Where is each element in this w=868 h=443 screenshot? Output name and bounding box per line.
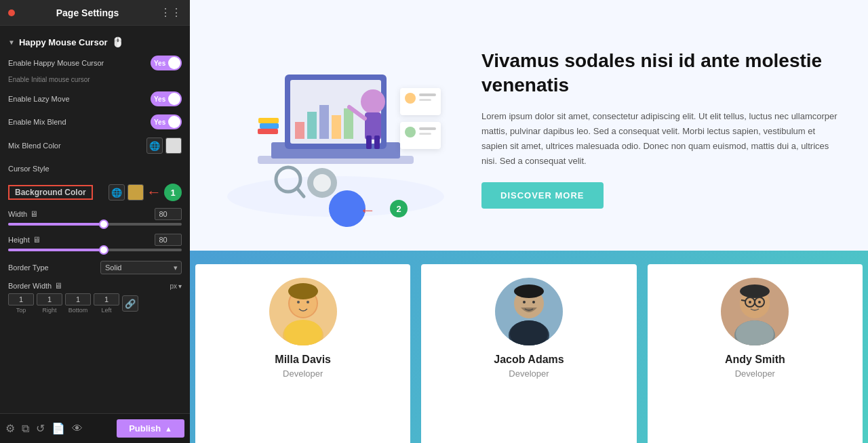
link-icon[interactable]: 🔗 [122,295,138,312]
mix-blend-toggle-label: Yes [154,119,165,126]
lazy-move-toggle-label: Yes [154,96,165,103]
svg-point-10 [361,89,385,114]
indicator-circle-2: 2 [390,200,408,217]
svg-point-41 [532,301,535,303]
background-color-controls: 🌐 [108,184,144,201]
border-top-label: Top [16,307,26,314]
arrow-indicator-2: ← [359,201,376,219]
enable-mix-blend-toggle[interactable]: Yes [151,114,182,129]
page-icon[interactable]: 📄 [52,422,65,435]
section-title-label: Happy Mouse Cursor [19,37,108,47]
background-color-label: Background Color [8,185,93,200]
border-right-input[interactable] [37,293,62,305]
svg-rect-11 [365,112,381,140]
mix-blend-color-controls: 🌐 [146,138,182,154]
height-label: Height 🖥 [8,235,41,245]
team-card-1: Milla Davis Developer [195,264,410,443]
border-left-input[interactable] [94,293,119,305]
border-monitor-icon: 🖥 [54,281,62,291]
enable-happy-mouse-row: Enable Happy Mouse Cursor Yes [0,51,190,75]
px-badge: px ▾ [170,282,182,290]
sidebar-header-left [8,9,15,16]
width-row: Width 🖥 [0,205,190,231]
sidebar-content: ▼ Happy Mouse Cursor 🖱️ Enable Happy Mou… [0,26,190,413]
publish-button[interactable]: Publish ▲ [117,419,184,438]
border-bottom-input[interactable] [65,293,91,305]
enable-happy-mouse-toggle[interactable]: Yes [151,56,182,70]
lazy-move-knob [168,93,180,105]
cursor-style-row: Cursor Style [0,158,190,180]
border-width-row: Border Width 🖥 px ▾ Top Right [0,278,190,316]
svg-point-39 [514,284,544,298]
mix-blend-color-label: Mix Blend Color [8,142,146,150]
arrow-indicator-1: ← [146,184,161,201]
svg-point-19 [313,174,331,192]
team-name-2: Jacob Adams [494,354,564,366]
height-slider-track[interactable] [8,249,182,251]
svg-rect-7 [319,105,329,139]
bg-color-swatch[interactable] [127,184,144,201]
width-input[interactable] [155,208,182,220]
indicator-circle-1: 1 [164,184,182,201]
height-row: Height 🖥 [0,231,190,257]
svg-point-35 [307,301,309,303]
grid-icon[interactable]: ⋮⋮ [160,6,182,19]
border-top-box: Top [8,293,34,314]
border-width-header: Border Width 🖥 px ▾ [8,281,182,291]
avatar-2 [495,278,563,345]
svg-rect-28 [419,127,436,130]
window-close-dot[interactable] [8,9,15,16]
hero-body: Lorem ipsum dolor sit amet, consectetur … [481,109,841,169]
enable-mix-blend-label: Enable Mix Blend [8,118,151,126]
eye-icon[interactable]: 👁 [72,423,83,435]
sidebar-title: Page Settings [15,7,160,18]
toggle-knob [168,57,180,69]
width-slider-fill [8,223,104,226]
svg-rect-25 [419,99,431,101]
mix-blend-knob [168,116,180,128]
height-input[interactable] [155,234,182,246]
svg-rect-12 [366,135,372,149]
border-right-box: Right [37,293,62,314]
svg-rect-6 [307,112,317,139]
mix-blend-color-swatch[interactable] [165,138,182,154]
mouse-emoji: 🖱️ [112,37,123,47]
border-type-row: Border Type Solid None Dashed Dotted Dou… [0,257,190,278]
discover-more-button[interactable]: DISCOVER MORE [481,182,604,209]
bottom-icons: ⚙ ⧉ ↺ 📄 👁 [5,422,83,435]
svg-point-36 [284,320,322,345]
bg-color-globe[interactable]: 🌐 [108,184,125,201]
enable-lazy-move-label: Enable Lazy Move [8,95,151,103]
height-slider-thumb [99,245,108,255]
border-type-label: Border Type [8,263,100,272]
hero-section: ← 2 Vivamus sodales nisi id ante molesti… [190,0,868,251]
publish-chevron-icon: ▲ [165,425,172,433]
layers-icon[interactable]: ⧉ [22,423,29,435]
svg-point-33 [288,283,318,299]
border-bottom-box: Bottom [65,293,91,314]
svg-point-47 [758,301,761,303]
svg-rect-13 [374,135,380,149]
team-role-2: Developer [509,368,549,379]
svg-point-46 [749,301,751,303]
enable-lazy-move-toggle[interactable]: Yes [151,91,182,106]
svg-rect-17 [258,118,279,123]
svg-rect-24 [419,93,436,96]
svg-rect-5 [295,122,304,139]
mix-blend-color-globe[interactable]: 🌐 [146,138,163,154]
border-type-select[interactable]: Solid None Dashed Dotted Double [100,261,182,274]
border-width-text: Border Width [8,282,52,290]
width-slider-track[interactable] [8,223,182,226]
svg-rect-29 [419,133,431,135]
border-inputs: Top Right Bottom Left 🔗 [8,293,182,314]
border-top-input[interactable] [8,293,34,305]
team-card-3: Andy Smith Developer [648,264,863,443]
border-left-label: Left [101,307,111,314]
border-width-label: Border Width 🖥 [8,281,62,291]
settings-icon[interactable]: ⚙ [5,422,15,435]
svg-point-40 [523,301,526,303]
height-label-row: Height 🖥 [8,234,182,246]
sidebar: Page Settings ⋮⋮ ▼ Happy Mouse Cursor 🖱️… [0,0,190,443]
svg-point-23 [405,93,416,104]
history-icon[interactable]: ↺ [36,422,45,435]
